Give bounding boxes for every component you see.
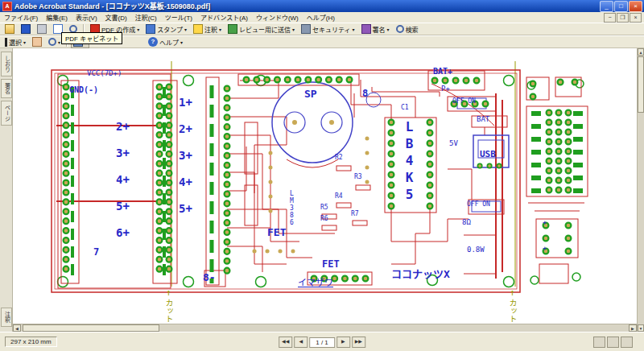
menu-comments[interactable]: 注釈(C) bbox=[131, 12, 161, 23]
pcb-cut-lines bbox=[171, 61, 515, 287]
pcb-pads bbox=[66, 80, 575, 280]
sign-label: 署名 bbox=[373, 25, 386, 34]
select-tool-label: 選択 bbox=[9, 38, 22, 47]
select-tool-button[interactable]: 選択 ▾ bbox=[2, 36, 28, 48]
pcb-traces bbox=[56, 80, 584, 279]
security-label: セキュリティ bbox=[312, 25, 351, 34]
horizontal-scroll-thumb[interactable] bbox=[23, 324, 159, 332]
menu-edit[interactable]: 編集(E) bbox=[42, 12, 72, 23]
menu-document[interactable]: 文書(D) bbox=[101, 12, 131, 23]
help-icon: ? bbox=[148, 37, 158, 47]
vertical-scrollbar[interactable]: ▲ ▼ bbox=[637, 48, 644, 332]
pcb-label-m4: 4+ bbox=[179, 176, 192, 188]
save-button[interactable] bbox=[19, 23, 33, 35]
search-text-button[interactable]: 検索 bbox=[394, 23, 421, 35]
chevron-down-icon: ▾ bbox=[387, 27, 390, 32]
pcb-label-gnd: GND(-) bbox=[69, 86, 98, 94]
send-review-label: レビュー用に送信 bbox=[239, 25, 291, 34]
pcb-label-bat-plus: BAT+ bbox=[433, 68, 452, 76]
menu-file[interactable]: ファイル(F) bbox=[0, 12, 42, 23]
next-page-button[interactable]: ▶ bbox=[336, 337, 350, 348]
menu-advanced[interactable]: アドバンスト(A) bbox=[196, 12, 252, 23]
tab-pages[interactable]: ページ bbox=[1, 101, 12, 126]
doc-minimize-button[interactable]: − bbox=[604, 13, 616, 23]
pcb-label-n4: 4+ bbox=[116, 174, 130, 185]
tab-signatures[interactable]: 署名 bbox=[1, 79, 12, 98]
vertical-scroll-thumb[interactable] bbox=[638, 56, 644, 113]
acrobat-app-icon: A bbox=[2, 2, 12, 11]
comment-button[interactable]: 注釈 ▾ bbox=[191, 23, 224, 35]
last-page-button[interactable]: ▶▶ bbox=[352, 337, 365, 348]
facing-view-button[interactable] bbox=[621, 337, 633, 348]
zoom-tool-button[interactable]: ▾ bbox=[46, 36, 63, 47]
stamp-button[interactable]: スタンプ ▾ bbox=[143, 23, 189, 35]
pcb-label-p-plus: P+ bbox=[441, 85, 450, 93]
chevron-down-icon: ▾ bbox=[184, 27, 187, 32]
pcb-label-plus1: + bbox=[543, 219, 547, 226]
stamp-icon bbox=[146, 24, 155, 34]
pcb-label-offon2: OFF ON bbox=[467, 201, 490, 208]
chevron-down-icon: ▾ bbox=[292, 27, 295, 32]
close-button[interactable]: × bbox=[629, 1, 642, 12]
comment-icon bbox=[193, 24, 203, 34]
tab-bookmarks[interactable]: しおり bbox=[1, 52, 12, 76]
pcb-label-r5: R5 bbox=[320, 204, 328, 211]
menu-window[interactable]: ウィンドウ(W) bbox=[252, 12, 303, 23]
menu-tools[interactable]: ツール(T) bbox=[161, 12, 196, 23]
status-bar: 297 x 210 mm ◀◀ ◀ 1 / 1 ▶ ▶▶ bbox=[0, 332, 644, 351]
help-button[interactable]: ? ヘルプ ▾ bbox=[146, 35, 185, 48]
tab-comments[interactable]: 注釈 bbox=[1, 308, 12, 327]
send-review-icon bbox=[228, 24, 237, 34]
pdf-page: VCC(7D+) GND(-) 2+ 3+ 4+ 5+ 6+ 7 1+ 2+ 3… bbox=[13, 48, 637, 324]
send-review-button[interactable]: レビュー用に送信 ▾ bbox=[225, 23, 297, 35]
pcb-label-bat: BAT bbox=[477, 116, 489, 123]
ibeam-icon bbox=[5, 38, 7, 47]
chevron-down-icon: ▾ bbox=[23, 39, 26, 45]
page-size: 297 x 210 mm bbox=[5, 337, 57, 347]
first-page-button[interactable]: ◀◀ bbox=[279, 337, 292, 348]
single-page-view-button[interactable] bbox=[593, 337, 605, 348]
pcb-label-r4: R4 bbox=[335, 193, 343, 200]
scroll-up-arrow[interactable]: ▲ bbox=[638, 48, 644, 56]
hand-icon bbox=[32, 37, 42, 47]
scroll-down-arrow[interactable]: ▼ bbox=[638, 324, 644, 332]
cut-label-left: カット bbox=[164, 299, 172, 323]
scroll-right-arrow[interactable]: ▶ bbox=[629, 324, 637, 332]
doc-restore-button[interactable]: ❐ bbox=[617, 13, 629, 23]
previous-page-button[interactable]: ◀ bbox=[294, 337, 308, 348]
maximize-button[interactable]: □ bbox=[614, 1, 628, 12]
security-icon bbox=[301, 24, 311, 34]
search-text-label: 検索 bbox=[406, 25, 419, 34]
pcb-label-ohm: 8Ω bbox=[462, 219, 471, 226]
menu-help[interactable]: ヘルプ(H) bbox=[303, 12, 339, 23]
pcb-label-c1: C1 bbox=[401, 105, 409, 111]
continuous-view-button[interactable] bbox=[607, 337, 619, 348]
pcb-label-ic: LB4K5 bbox=[402, 119, 415, 204]
pcb-label-imazawa: イマザワ bbox=[298, 279, 333, 287]
doc-close-button[interactable]: × bbox=[630, 13, 642, 23]
hand-tool-button[interactable] bbox=[30, 35, 44, 48]
security-button[interactable]: セキュリティ ▾ bbox=[299, 23, 357, 35]
chevron-down-icon: ▾ bbox=[137, 27, 139, 32]
chevron-down-icon: ▾ bbox=[219, 27, 221, 32]
help-label: ヘルプ bbox=[159, 38, 179, 47]
pcb-label-n7: 7 bbox=[93, 247, 99, 257]
magnifier-icon bbox=[48, 38, 56, 46]
print-icon bbox=[37, 24, 47, 34]
print-button[interactable] bbox=[35, 23, 49, 35]
sign-button[interactable]: 署名 ▾ bbox=[359, 23, 392, 35]
pcb-label-vcc: VCC(7D+) bbox=[87, 70, 122, 77]
scroll-left-arrow[interactable]: ◀ bbox=[13, 324, 21, 332]
pcb-label-plus2: + bbox=[543, 245, 547, 252]
window-controls: _ □ × bbox=[600, 1, 644, 12]
pcb-label-r7: R7 bbox=[351, 211, 359, 217]
chevron-down-icon: ▾ bbox=[353, 27, 355, 32]
pcb-label-n2: 2+ bbox=[116, 121, 130, 132]
pcb-label-n5: 5+ bbox=[116, 200, 130, 212]
open-button[interactable] bbox=[2, 23, 17, 35]
pcb-mount-holes bbox=[58, 76, 584, 287]
menu-view[interactable]: 表示(V) bbox=[72, 12, 101, 23]
minimize-button[interactable]: _ bbox=[600, 1, 613, 12]
pcb-label-5v: 5V bbox=[449, 140, 458, 147]
cut-arrow-right: ↑ bbox=[510, 288, 515, 297]
